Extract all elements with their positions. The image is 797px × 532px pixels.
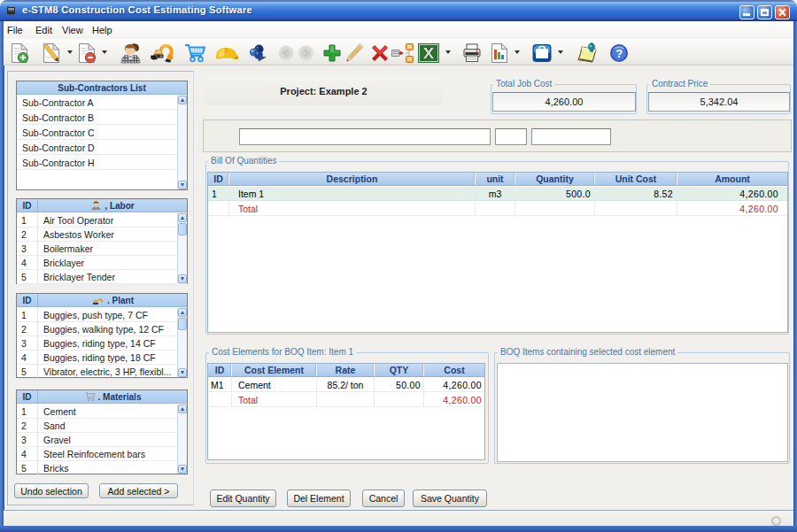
svg-text:?: ?	[615, 47, 623, 60]
